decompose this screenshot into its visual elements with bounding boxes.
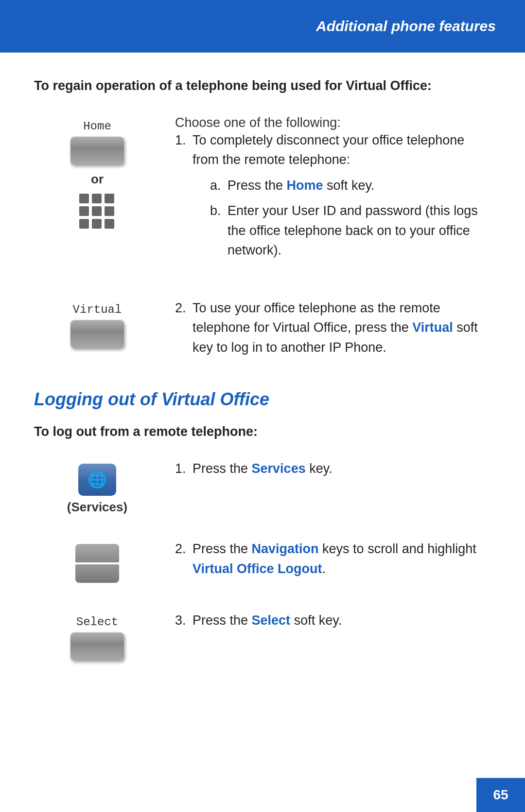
select-button[interactable] (70, 632, 124, 661)
virtual-key-col: Virtual (34, 298, 160, 348)
navigation-highlight: Navigation (252, 541, 319, 556)
virtual-key-label: Virtual (73, 303, 122, 316)
desc-intro-1: Choose one of the following: (175, 115, 341, 130)
nav-down-button[interactable] (75, 564, 119, 583)
keypad-dot (79, 219, 89, 229)
desc-col-1: Choose one of the following: 1. To compl… (160, 115, 491, 274)
select-key-row: Select 3. Press the Select soft key. (34, 611, 491, 661)
list-text-4: Press the Navigation keys to scroll and … (192, 539, 491, 578)
or-text: or (91, 172, 104, 187)
section1-heading: To regain operation of a telephone being… (34, 77, 491, 95)
virtual-highlight: Virtual (412, 320, 453, 335)
list-item-1: 1. To completely disconnect your office … (175, 130, 491, 266)
keypad-grid (79, 194, 115, 230)
keypad-dot (79, 194, 89, 203)
list-item-5: 3. Press the Select soft key. (175, 611, 491, 631)
alpha-b-text: Enter your User ID and password (this lo… (228, 201, 491, 260)
header-bar: Additional phone features (0, 0, 525, 53)
section2-subheading: To log out from a remote telephone: (34, 424, 491, 439)
services-button[interactable]: 🌐 (78, 464, 116, 496)
numbered-list-3: 1. Press the Services key. (175, 459, 491, 479)
home-button[interactable] (70, 137, 124, 165)
list-text-1-content: To completely disconnect your office tel… (192, 133, 464, 167)
alpha-item-a: a. Press the Home soft key. (210, 176, 491, 196)
list-text-3: Press the Services key. (192, 459, 332, 479)
desc-col-4: 2. Press the Navigation keys to scroll a… (160, 539, 491, 586)
services-label: (Services) (67, 500, 127, 515)
list-text-5: Press the Select soft key. (192, 611, 342, 631)
page-number: 65 (493, 787, 508, 803)
keypad-dot (79, 206, 89, 216)
navigation-key-col (34, 539, 160, 583)
list-item-4: 2. Press the Navigation keys to scroll a… (175, 539, 491, 578)
list-text-1: To completely disconnect your office tel… (192, 130, 491, 266)
list-num-1: 1. (175, 130, 192, 150)
list-text-2: To use your office telephone as the remo… (192, 298, 491, 358)
list-item-3: 1. Press the Services key. (175, 459, 491, 479)
keypad-dot (105, 194, 114, 203)
select-highlight: Select (252, 613, 291, 628)
home-highlight: Home (287, 178, 323, 193)
numbered-list-4: 2. Press the Navigation keys to scroll a… (175, 539, 491, 578)
alpha-item-b: b. Enter your User ID and password (this… (210, 201, 491, 260)
select-key-label: Select (76, 615, 118, 629)
page-footer: 65 (476, 778, 525, 812)
alpha-a: a. (210, 176, 228, 196)
select-key-col: Select (34, 611, 160, 661)
list-num-5: 3. (175, 611, 192, 631)
numbered-list-2: 2. To use your office telephone as the r… (175, 298, 491, 358)
alpha-a-text: Press the Home soft key. (228, 176, 375, 196)
section2-title: Logging out of Virtual Office (34, 389, 491, 410)
key-virtual-row: Virtual 2. To use your office telephone … (34, 298, 491, 365)
keypad-dot (105, 219, 114, 229)
home-key-col: Home or (34, 115, 160, 230)
nav-up-button[interactable] (75, 544, 119, 562)
virtual-button[interactable] (70, 320, 124, 348)
keypad-dot (92, 194, 102, 203)
home-key-label: Home (83, 120, 111, 133)
services-icon: 🌐 (88, 470, 107, 489)
list-item-2: 2. To use your office telephone as the r… (175, 298, 491, 358)
keypad-dot (92, 219, 102, 229)
alpha-b: b. (210, 201, 228, 221)
desc-col-2: 2. To use your office telephone as the r… (160, 298, 491, 365)
numbered-list-1: 1. To completely disconnect your office … (175, 130, 491, 266)
alpha-list-1: a. Press the Home soft key. b. Enter you… (210, 176, 491, 260)
list-num-3: 1. (175, 459, 192, 479)
virtual-office-logout-highlight: Virtual Office Logout (192, 561, 322, 576)
numbered-list-5: 3. Press the Select soft key. (175, 611, 491, 631)
navigation-key-row: 2. Press the Navigation keys to scroll a… (34, 539, 491, 586)
desc-col-3: 1. Press the Services key. (160, 459, 491, 487)
main-content: To regain operation of a telephone being… (0, 53, 525, 724)
desc-col-5: 3. Press the Select soft key. (160, 611, 491, 638)
key-home-row: Home or Choose one of the following: (34, 115, 491, 274)
home-keypad-group: Home or (70, 120, 124, 230)
services-key-row: 🌐 (Services) 1. Press the Services key. (34, 459, 491, 515)
list-num-2: 2. (175, 298, 192, 318)
keypad-dot (92, 206, 102, 216)
services-highlight: Services (252, 461, 306, 476)
services-key-col: 🌐 (Services) (34, 459, 160, 515)
keypad-dot (105, 206, 114, 216)
header-title: Additional phone features (316, 18, 496, 35)
list-num-4: 2. (175, 539, 192, 559)
